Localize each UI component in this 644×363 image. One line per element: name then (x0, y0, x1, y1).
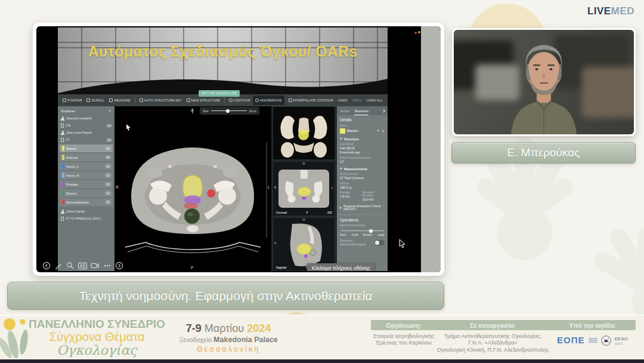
patient-row[interactable]: Julius Caesar (58, 208, 114, 215)
coronal-ct-image (273, 162, 335, 216)
clear-icon[interactable] (377, 129, 379, 133)
toolbar-redo-button[interactable]: REDO (350, 96, 364, 105)
series-row[interactable]: CT TO PINNACLE 100 D... (58, 215, 114, 222)
toolbar-pointer-button[interactable]: POINTER (60, 96, 84, 105)
zoom-button[interactable] (66, 262, 75, 270)
structure-row-femur-r[interactable]: Femur_R (60, 171, 113, 179)
smoothness-option-large[interactable]: Large (377, 233, 385, 236)
toolbar-new-structure-button[interactable]: NEW STRUCTURE (184, 96, 222, 105)
toolbar-undo-all-button[interactable]: UNDO ALL (364, 96, 385, 105)
visibility-eye-icon[interactable] (106, 201, 110, 204)
recist-section-header[interactable]: Response Evaluation Criteria (RECIST) (340, 205, 385, 211)
structure-name: Bladder (347, 129, 358, 133)
edit-icon[interactable] (382, 129, 385, 133)
auspices-label: Υπό την αιγίδα: (549, 322, 636, 329)
talk-title-bar: Τεχνητή νοημοσύνη. Εφαρμογή στην Ακτινοθ… (7, 282, 444, 310)
tab-series[interactable]: Series (340, 106, 349, 115)
coronal-viewport[interactable]: H R L Coronal F 252 (273, 161, 335, 216)
patient-row[interactable]: Giacomo Leopardi (58, 115, 114, 122)
coronal-label: Coronal (276, 211, 287, 214)
structure-color-swatch (62, 155, 64, 160)
structure-row-bladder[interactable]: Bladder (60, 144, 113, 152)
remove-disconnected-toggle[interactable] (374, 240, 385, 245)
visibility-eye-icon[interactable] (107, 124, 112, 127)
livemed-logo-live: LIVE (587, 5, 611, 17)
chevron-right-icon[interactable] (382, 109, 385, 113)
series-row[interactable]: CTs (58, 122, 114, 129)
axial-contours-value: 27 Total Contours (340, 176, 385, 180)
smoothness-slider[interactable] (341, 230, 383, 231)
visibility-eye-icon[interactable] (106, 156, 110, 159)
toolbar-measure-button[interactable]: MEASURE (107, 96, 132, 105)
patient-row[interactable]: Jean-Louis Pascal (58, 129, 114, 136)
axial-contours-label: Axial Contours (340, 173, 385, 176)
structure-row-rectum[interactable]: Rectum (60, 189, 113, 197)
player-controls: CC (42, 262, 123, 270)
visibility-eye-icon[interactable] (107, 139, 112, 141)
organization-label: Οργάνωση: (371, 322, 436, 329)
close-icon[interactable] (109, 109, 111, 113)
pen-button[interactable] (54, 262, 63, 270)
organizers-texts: Εταιρεία Ιατροβιολογικής Έρευνας του Καρ… (371, 333, 636, 353)
captions-button[interactable]: CC (78, 263, 87, 269)
record-indicator-red (414, 32, 417, 34)
mouse-cursor (399, 239, 406, 248)
3d-view[interactable] (273, 106, 335, 160)
axial-ct-viewport[interactable]: A P R L (114, 106, 271, 271)
orientation-feet: F (306, 211, 308, 214)
back-button[interactable] (42, 262, 51, 270)
brush-size-slider[interactable]: Size 24 px (200, 107, 259, 115)
toolbar-scroll-button[interactable]: SCROLL (84, 96, 107, 105)
structure-section-header[interactable]: Structure (340, 137, 385, 141)
structure-color-swatch (62, 199, 64, 205)
conference-city: Θεσσαλονίκη (172, 345, 285, 353)
speaker-webcam (452, 28, 636, 136)
orientation-posterior: P (191, 266, 194, 270)
visibility-eye-icon[interactable] (106, 183, 110, 186)
camera-button[interactable] (91, 262, 100, 270)
organizers-band: Οργάνωση: Σε συνεργασία: Υπό την αιγίδα: (371, 320, 636, 330)
smoothness-option-none[interactable]: None (340, 233, 346, 236)
orientation-anterior: A (274, 242, 276, 245)
structure-color-swatch (62, 146, 64, 151)
collaboration-name: Τμήμα Ακτινοθεραπευτικής Ογκολογίας, Γ.Ν… (436, 333, 549, 353)
toolbar-undo-button[interactable]: UNDO (336, 96, 350, 105)
smoothness-knob[interactable] (369, 229, 373, 233)
explorer-panel: Explorer Giacomo Leopardi CTs Jean-Louis… (58, 106, 114, 271)
speaker-figure (454, 30, 634, 134)
last-edited-value: Ivan (BC3) (340, 146, 385, 150)
visibility-eye-icon[interactable] (106, 147, 110, 150)
details-title: Details (340, 118, 385, 122)
brush-size-track[interactable] (211, 110, 247, 111)
eeao-emblem-icon (601, 336, 611, 346)
toolbar-interpolate-contour-button[interactable]: INTERPOLATE CONTOUR (286, 96, 336, 105)
visibility-eye-icon[interactable] (106, 192, 110, 195)
conference-footer: ΠΑΝΕΛΛΗΝΙΟ ΣΥΝΕΔΡΙΟ Σύγχρονα Θέματα Ογκο… (0, 315, 644, 359)
tab-structure[interactable]: Structure (354, 106, 369, 115)
interpolate-contour-icon (289, 99, 292, 102)
measure-icon (109, 99, 113, 102)
webcam-video (454, 30, 634, 134)
series-row[interactable]: CT (58, 136, 114, 143)
visibility-eye-icon[interactable] (106, 165, 110, 168)
smoothness-option-small[interactable]: Small (351, 233, 358, 236)
toolbar-contour-button[interactable]: CONTOUR (227, 96, 253, 105)
toolbar-add-remove-button[interactable]: ADD/REMOVE (253, 96, 284, 105)
parent-series-label: Parent Series Description (340, 156, 385, 159)
structure-color-swatch[interactable] (340, 128, 345, 134)
video-right-margin (421, 26, 441, 272)
brush-size-knob[interactable] (226, 109, 230, 113)
structure-row-prostate[interactable]: Prostate (60, 180, 113, 188)
orientation-left: L (332, 186, 333, 189)
more-options-button[interactable] (103, 262, 112, 270)
last-edited-ago: 0 seconds ago (340, 150, 385, 154)
toolbar-auto-structure-set-button[interactable]: AUTO STRUCTURE SET (137, 96, 184, 105)
measurements-section-header[interactable]: Measurements (340, 167, 385, 171)
forward-button[interactable] (115, 262, 123, 270)
orientation-left: L (268, 185, 270, 189)
structure-row-seminalvesicles[interactable]: SeminalVesicles (60, 198, 113, 206)
smoothness-option-medium[interactable]: Medium (363, 233, 373, 236)
visibility-eye-icon[interactable] (106, 174, 110, 177)
structure-row-femur-l[interactable]: Femur_L (60, 162, 113, 170)
structure-row-external[interactable]: External (60, 153, 113, 161)
